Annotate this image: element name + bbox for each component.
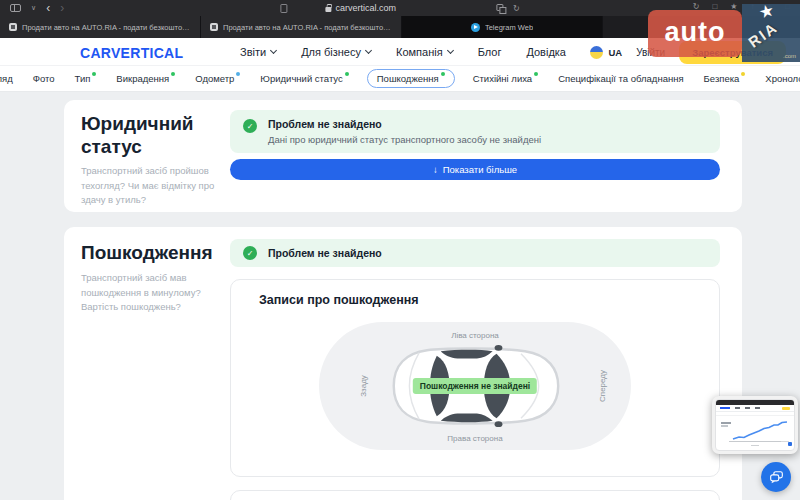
report-tab-timeline[interactable]: Хронологія [763,70,800,87]
page-icon [280,4,287,13]
pip-caption [751,445,759,447]
browser-tab-autoria-1[interactable]: Продати авто на AUTO.RIA - подати безкош… [0,16,201,38]
chevron-down-icon[interactable]: ∨ [31,4,36,12]
chat-button[interactable] [761,462,791,492]
pip-slider [729,441,781,442]
no-damage-badge: Пошкодження не знайдені [413,378,537,394]
nav-item-help[interactable]: Довідка [526,46,566,58]
pip-page-thumbnail [715,399,795,451]
pip-menu-dash [745,407,750,409]
share-icon[interactable]: ↑ [750,2,754,11]
page-favicon-icon [210,23,218,31]
arrow-down-icon: ↓ [433,164,438,175]
extensions-icon[interactable]: □ [712,2,717,11]
nav-item-blog[interactable]: Блог [478,46,502,58]
site-navbar: CARVERTICAL ЗвітиДля бізнесуКомпаніяБлог… [0,38,800,66]
report-tab-specs-equipment[interactable]: Специфікації та обладнання [556,70,685,87]
main-nav-menu: ЗвітиДля бізнесуКомпаніяБлогДовідка [240,38,566,66]
browser-tab-label: Telegram Web [485,23,533,32]
damage-diagram: Ліва сторона Права сторона Ззаду Спереду… [319,322,631,450]
telegram-favicon-icon [471,23,480,32]
report-tab-label: Безпека [704,73,740,84]
report-tab-label: Стихійні лиха [473,73,532,84]
damage-section: Пошкодження Транспортний засіб мав пошко… [64,227,742,500]
report-tab-theft[interactable]: Викрадення [114,70,177,87]
language-selector[interactable]: UA [608,47,622,58]
register-button[interactable]: Зареєструватися [679,41,786,64]
address-tools: ↻ [496,4,520,13]
report-tab-label: Фото [33,73,55,84]
check-circle-icon: ✓ [243,246,257,260]
nav-item-reports[interactable]: Звіти [240,46,276,58]
check-circle-icon: ✓ [243,119,257,133]
nav-item-label: Звіти [240,46,266,58]
pip-logo [720,407,730,409]
pip-text-line [721,422,731,424]
report-tab-label: Огляд [0,73,13,84]
report-tab-natural-disasters[interactable]: Стихійні лиха [471,70,540,87]
tab-overview-icon[interactable]: □ [785,2,790,11]
status-dot-yellow [741,72,745,76]
nav-item-company[interactable]: Компанія [396,46,453,58]
carvertical-logo[interactable]: CARVERTICAL [80,45,183,61]
legal-status-description: Транспортний засіб пройшов техогляд? Чи … [81,164,239,208]
damage-description: Транспортний засіб мав пошкодження в мин… [81,271,239,315]
report-tab-photos[interactable]: Фото [31,70,57,87]
extension-icon[interactable] [496,4,503,11]
back-icon[interactable]: ‹ [46,2,50,14]
pip-chat-icon [788,442,792,446]
status-dot-blue [236,72,240,76]
nav-item-label: Для бізнесу [301,46,361,58]
show-more-button[interactable]: ↓ Показати більше [230,159,720,180]
legal-status-section: Юридичний статус Транспортний засіб прой… [64,100,742,212]
status-dot-green [345,72,349,76]
pip-line-chart [731,419,789,443]
alert-title: Проблем не знайдено [268,118,708,130]
report-tab-overview[interactable]: Огляд [0,70,15,87]
window-controls: ∨ ‹ › [10,0,64,16]
nav-item-business[interactable]: Для бізнесу [301,46,371,58]
report-tab-legal-status[interactable]: Юридичний статус [258,70,350,87]
alert-title: Проблем не знайдено [268,247,708,259]
report-tab-damage[interactable]: Пошкодження [367,69,455,88]
browser-tab-autoria-2[interactable]: Продати авто на AUTO.RIA - подати безкош… [201,16,402,38]
report-tab-odometer[interactable]: Одометр [193,70,242,87]
nav-item-label: Компанія [396,46,443,58]
sidebar-toggle-icon[interactable] [10,4,21,12]
screen: ∨ ‹ › carvertical.com ↻ ↻ □ ★ ↑ + □ Прод… [0,0,800,500]
login-link[interactable]: Увійти [636,47,665,58]
report-tab-type[interactable]: Тип [73,70,99,87]
chevron-down-icon [270,47,277,54]
report-tab-bar: ОглядФотоТипВикраденняОдометрЮридичний с… [0,66,800,92]
diagram-label-front: Спереду [599,370,608,402]
history-icon[interactable]: ↻ [693,2,700,11]
ukraine-flag-icon[interactable] [590,46,603,59]
damage-alert: ✓ Проблем не знайдено [230,239,720,267]
browser-tab-telegram[interactable]: Telegram Web [402,16,603,38]
browser-tab-label: Продати авто на AUTO.RIA - подати безкош… [223,23,392,32]
page-favicon-icon [9,23,17,31]
report-tab-label: Пошкодження [377,73,439,84]
new-tab-icon[interactable]: + [767,2,772,11]
chevron-down-icon [447,47,454,54]
refresh-icon[interactable]: ↻ [513,4,520,13]
report-tab-safety[interactable]: Безпека [702,70,748,87]
pip-text-line [721,425,728,427]
damage-records-title: Записи про пошкодження [259,293,419,307]
show-more-label: Показати більше [443,164,517,175]
browser-chrome: ∨ ‹ › carvertical.com ↻ ↻ □ ★ ↑ + □ [0,0,800,16]
pip-window[interactable] [712,396,798,454]
next-section-card [230,490,720,500]
alert-text: Дані про юридичний статус транспортного … [268,134,708,145]
address-bar[interactable]: carvertical.com ↻ [280,0,519,16]
browser-tab-label: Продати авто на AUTO.RIA - подати безкош… [22,23,191,32]
forward-icon[interactable]: › [60,2,64,14]
pip-content [716,416,794,448]
report-tab-label: Одометр [195,73,234,84]
favorites-icon[interactable]: ★ [730,2,737,11]
pip-nav-bar [716,405,794,412]
lock-icon [325,7,331,12]
browser-tab-strip: Продати авто на AUTO.RIA - подати безкош… [0,16,800,38]
nav-item-label: Довідка [526,46,566,58]
report-tab-label: Тип [75,73,91,84]
